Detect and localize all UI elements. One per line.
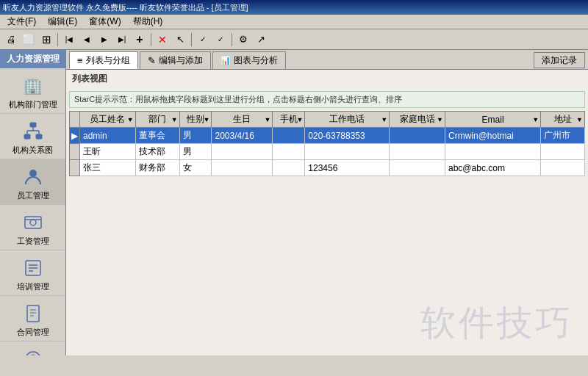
- sidebar-label-employee: 员工管理: [17, 190, 49, 201]
- table-cell[interactable]: 女: [179, 160, 212, 176]
- content-area: ≡ 列表与分组 ✎ 编辑与添加 📊 图表与分析 添加记录 列表视图 StarC提…: [66, 50, 588, 355]
- hint-bar: StarC提示示范：用鼠标拖拽字段标题到这里进行分组，点击标题右侧小箭头进行查询…: [69, 91, 585, 108]
- toolbar-nav-first[interactable]: |◀: [61, 32, 77, 48]
- dept-mgmt-icon: 🏢: [21, 74, 45, 98]
- menu-window[interactable]: 窗体(W): [85, 15, 125, 29]
- col-work-tel[interactable]: 工作电话 ▼: [305, 112, 390, 128]
- toolbar-nav-prev[interactable]: ◀: [79, 32, 95, 48]
- toolbar-delete[interactable]: ✕: [154, 32, 171, 48]
- col-gender-arrow[interactable]: ▼: [204, 116, 210, 123]
- sidebar-label-org-chart: 机构关系图: [12, 145, 53, 156]
- col-address-arrow[interactable]: ▼: [576, 116, 583, 123]
- col-gender[interactable]: 性别 ▼: [179, 112, 212, 128]
- col-name-arrow[interactable]: ▼: [127, 116, 134, 123]
- table-cell[interactable]: [273, 160, 305, 176]
- sidebar-item-contract[interactable]: 合同管理: [0, 296, 65, 341]
- sidebar-item-salary[interactable]: 工资管理: [0, 205, 65, 250]
- toolbar-nav-last[interactable]: ▶|: [114, 32, 130, 48]
- row-marker-cell: [70, 160, 80, 176]
- tab-chart-icon: 📊: [220, 56, 231, 65]
- table-cell[interactable]: [390, 128, 445, 144]
- table-cell[interactable]: 男: [179, 128, 212, 144]
- table-cell[interactable]: 2003/4/16: [212, 128, 273, 144]
- table-cell[interactable]: [390, 160, 445, 176]
- table-cell[interactable]: [273, 128, 305, 144]
- main-layout: 人力资源管理 🏢 机构部门管理 机构关系图: [0, 50, 588, 355]
- col-dept-arrow[interactable]: ▼: [171, 116, 178, 123]
- toolbar-grid[interactable]: ⊞: [38, 32, 54, 48]
- toolbar-cursor[interactable]: ↖: [172, 32, 188, 48]
- svg-rect-15: [27, 306, 39, 322]
- col-name[interactable]: 员工姓名 ▼: [80, 112, 136, 128]
- toolbar-nav-next[interactable]: ▶: [96, 32, 112, 48]
- menu-file[interactable]: 文件(F): [3, 15, 40, 29]
- row-marker-cell: [70, 144, 80, 160]
- table-cell[interactable]: [541, 144, 585, 160]
- table-cell[interactable]: 广州市: [541, 128, 585, 144]
- add-record-button[interactable]: 添加记录: [534, 52, 585, 68]
- sidebar-item-employee[interactable]: 员工管理: [0, 159, 65, 205]
- col-home-tel-arrow[interactable]: ▼: [437, 116, 443, 123]
- contract-icon: [21, 302, 45, 325]
- sidebar-item-org-chart[interactable]: 机构关系图: [0, 114, 65, 159]
- col-address[interactable]: 地址 ▼: [541, 112, 585, 128]
- col-work-tel-arrow[interactable]: ▼: [381, 116, 387, 123]
- table-row[interactable]: 王昕技术部男: [70, 144, 585, 160]
- svg-point-9: [30, 220, 36, 225]
- table-cell[interactable]: [212, 144, 273, 160]
- table-cell[interactable]: [305, 144, 390, 160]
- toolbar-settings[interactable]: ⚙: [235, 32, 251, 48]
- tab-list-group[interactable]: ≡ 列表与分组: [69, 51, 138, 69]
- toolbar: 🖨 ⬜ ⊞ |◀ ◀ ▶ ▶| + ✕ ↖ ✓ ✓ ⚙ ↗: [0, 29, 588, 50]
- table-row[interactable]: ▶admin董事会男2003/4/16020-63788353Crmwin@ho…: [70, 128, 585, 144]
- sidebar-label-dept-mgmt: 机构部门管理: [9, 99, 57, 110]
- toolbar-check2[interactable]: ✓: [212, 32, 229, 48]
- col-dept[interactable]: 部门 ▼: [135, 112, 179, 128]
- salary-icon: [21, 211, 45, 234]
- menu-help[interactable]: 帮助(H): [129, 15, 168, 29]
- table-cell[interactable]: 123456: [305, 160, 390, 176]
- col-email-arrow[interactable]: ▼: [532, 116, 539, 123]
- sidebar-item-leave[interactable]: 请假管理: [0, 341, 65, 355]
- table-cell[interactable]: [445, 144, 541, 160]
- view-title: 列表视图: [66, 70, 588, 88]
- table-cell[interactable]: 020-63788353: [305, 128, 390, 144]
- training-icon: [21, 256, 45, 280]
- toolbar-print[interactable]: 🖨: [3, 32, 19, 48]
- table-cell[interactable]: [273, 144, 305, 160]
- menu-edit[interactable]: 编辑(E): [43, 15, 82, 29]
- table-cell[interactable]: abc@abc.com: [445, 160, 541, 176]
- table-cell[interactable]: Crmwin@hotmai: [445, 128, 541, 144]
- table-area[interactable]: 员工姓名 ▼ 部门 ▼ 性别 ▼ 生日 ▼: [69, 111, 585, 352]
- toolbar-add[interactable]: +: [132, 32, 148, 48]
- table-cell[interactable]: 张三: [80, 160, 136, 176]
- table-row[interactable]: 张三财务部女123456abc@abc.com: [70, 160, 585, 176]
- col-home-tel[interactable]: 家庭电话 ▼: [390, 112, 445, 128]
- table-cell[interactable]: 技术部: [135, 144, 179, 160]
- toolbar-check1[interactable]: ✓: [195, 32, 211, 48]
- tab-edit-add[interactable]: ✎ 编辑与添加: [140, 51, 211, 69]
- tab-bar-wrapper: ≡ 列表与分组 ✎ 编辑与添加 📊 图表与分析 添加记录: [66, 50, 588, 70]
- table-cell[interactable]: 财务部: [135, 160, 179, 176]
- row-marker-cell: ▶: [70, 128, 80, 144]
- sidebar-item-dept-mgmt[interactable]: 🏢 机构部门管理: [0, 68, 65, 114]
- svg-rect-2: [36, 134, 42, 139]
- table-cell[interactable]: 王昕: [80, 144, 136, 160]
- title-bar: 昕友人力资源管理软件 永久免费版---- 昕友软件荣誉出品 - [员工管理]: [0, 0, 588, 15]
- col-mobile[interactable]: 手机 ▼: [273, 112, 305, 128]
- table-cell[interactable]: [212, 160, 273, 176]
- toolbar-export[interactable]: ↗: [253, 32, 269, 48]
- toolbar-copy[interactable]: ⬜: [21, 32, 37, 48]
- col-birthday[interactable]: 生日 ▼: [212, 112, 273, 128]
- table-cell[interactable]: [541, 160, 585, 176]
- org-chart-icon: [21, 120, 45, 143]
- table-cell[interactable]: 男: [179, 144, 212, 160]
- col-email[interactable]: Email ▼: [445, 112, 541, 128]
- table-cell[interactable]: [390, 144, 445, 160]
- table-cell[interactable]: 董事会: [135, 128, 179, 144]
- sidebar-item-training[interactable]: 培训管理: [0, 250, 65, 296]
- table-cell[interactable]: admin: [80, 128, 136, 144]
- col-birthday-arrow[interactable]: ▼: [265, 116, 271, 123]
- tab-chart-analysis[interactable]: 📊 图表与分析: [212, 51, 286, 69]
- col-mobile-arrow[interactable]: ▼: [296, 116, 303, 123]
